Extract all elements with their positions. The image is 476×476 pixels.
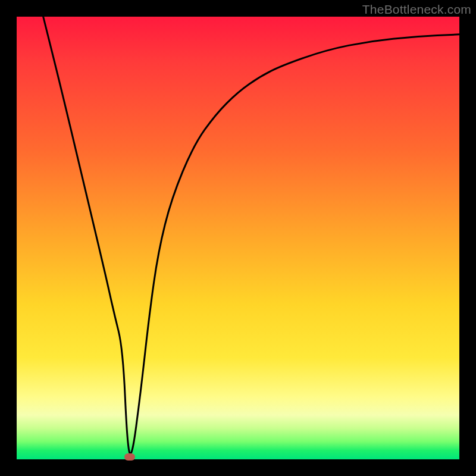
chart-frame: TheBottleneck.com — [0, 0, 476, 476]
plot-area — [17, 17, 459, 459]
watermark-text: TheBottleneck.com — [362, 2, 471, 17]
bottleneck-curve — [17, 17, 459, 459]
optimal-point-marker — [124, 453, 135, 461]
